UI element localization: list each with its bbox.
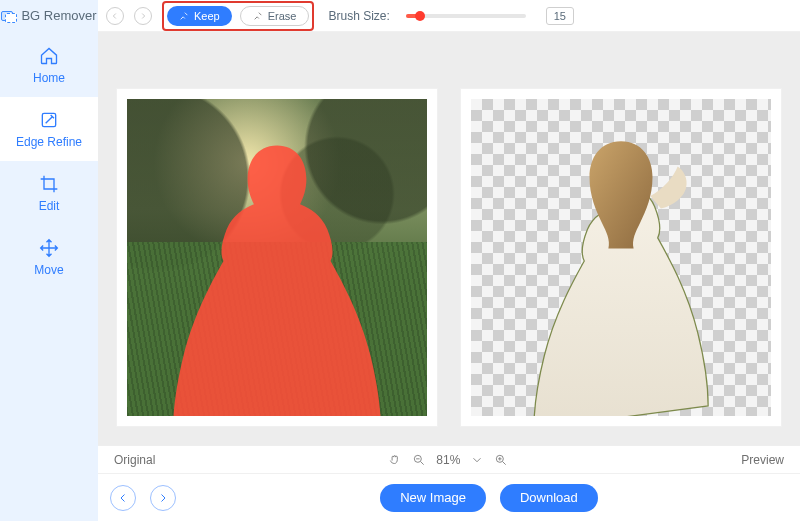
chevron-down-icon[interactable] (470, 453, 484, 467)
footer: New Image Download (98, 473, 800, 521)
bg-remover-logo-icon (1, 9, 17, 23)
app-title: BG Remover (21, 8, 96, 23)
cutout-person (516, 112, 726, 416)
download-label: Download (520, 490, 578, 505)
original-panel (116, 88, 438, 427)
original-image[interactable] (127, 99, 427, 416)
home-icon (38, 45, 60, 67)
preview-panel (460, 88, 782, 427)
zoom-out-icon[interactable] (412, 453, 426, 467)
original-label: Original (114, 453, 155, 467)
status-bar: Original 81% Preview (98, 445, 800, 473)
highlight-keep-erase-box: Keep Erase (162, 1, 314, 31)
sidebar-item-label: Edge Refine (16, 135, 82, 149)
sidebar-item-home[interactable]: Home (0, 33, 98, 97)
sidebar-item-edge-refine[interactable]: Edge Refine (0, 97, 98, 161)
erase-label: Erase (268, 10, 297, 22)
app-root: BG Remover Home Edge Refine Edit Move (0, 0, 800, 521)
eraser-icon (253, 11, 263, 21)
sidebar-item-label: Home (33, 71, 65, 85)
keep-mask-overlay (172, 112, 382, 416)
app-logo: BG Remover (0, 4, 98, 33)
preview-image[interactable] (471, 99, 771, 416)
zoom-in-icon[interactable] (494, 453, 508, 467)
workspace (98, 32, 800, 445)
prev-image-button[interactable] (110, 485, 136, 511)
keep-button[interactable]: Keep (167, 6, 232, 26)
sidebar-item-label: Move (34, 263, 63, 277)
new-image-button[interactable]: New Image (380, 484, 486, 512)
hand-pan-icon[interactable] (388, 453, 402, 467)
undo-button[interactable] (106, 7, 124, 25)
preview-label: Preview (741, 453, 784, 467)
brush-size-label: Brush Size: (328, 9, 389, 23)
main: Keep Erase Brush Size: 15 (98, 0, 800, 521)
zoom-value: 81% (436, 453, 460, 467)
move-icon (38, 237, 60, 259)
next-image-button[interactable] (150, 485, 176, 511)
download-button[interactable]: Download (500, 484, 598, 512)
erase-button[interactable]: Erase (240, 6, 310, 26)
toolbar: Keep Erase Brush Size: 15 (98, 0, 800, 32)
keep-label: Keep (194, 10, 220, 22)
slider-knob[interactable] (415, 11, 425, 21)
sidebar-item-label: Edit (39, 199, 60, 213)
brush-size-slider[interactable] (406, 14, 526, 18)
sidebar: BG Remover Home Edge Refine Edit Move (0, 0, 98, 521)
status-mid: 81% (155, 453, 741, 467)
brush-size-value[interactable]: 15 (546, 7, 574, 25)
redo-button[interactable] (134, 7, 152, 25)
brush-keep-icon (179, 11, 189, 21)
sidebar-item-move[interactable]: Move (0, 225, 98, 289)
edge-refine-icon (38, 109, 60, 131)
footer-actions: New Image Download (190, 484, 788, 512)
crop-icon (38, 173, 60, 195)
sidebar-item-edit[interactable]: Edit (0, 161, 98, 225)
new-image-label: New Image (400, 490, 466, 505)
